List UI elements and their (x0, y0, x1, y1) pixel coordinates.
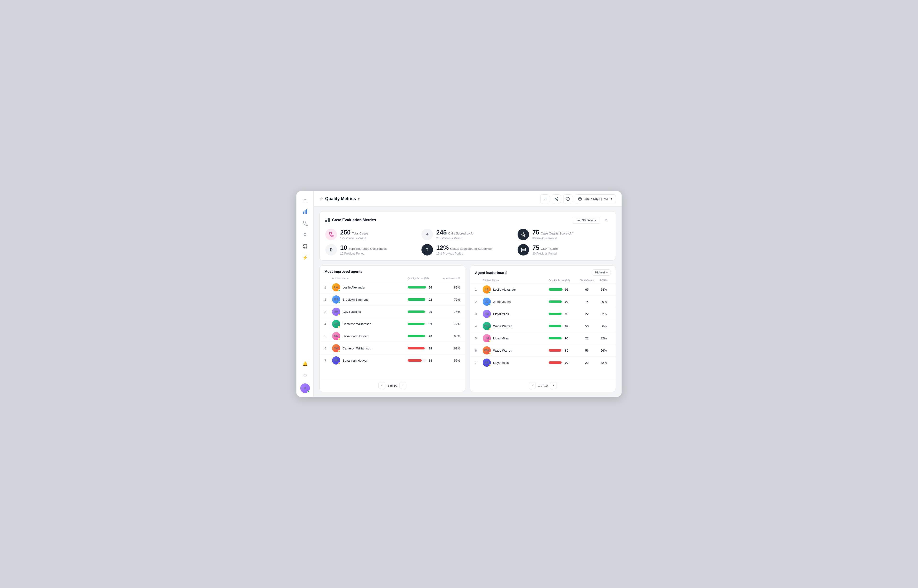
title-chevron-icon[interactable]: ▾ (358, 197, 360, 201)
leaderboard-panel: Agent leaderboard Highest ▾ Advisor Name… (470, 265, 616, 392)
total-cases-value: 56 (577, 349, 596, 352)
agent-cell: SN Savannah Nguyen (332, 332, 407, 340)
escalated-main: 12% Cases Escalated to Supervisor (436, 244, 493, 252)
sidebar-item-support[interactable]: 🎧 (300, 241, 310, 252)
user-avatar[interactable]: U (300, 383, 310, 393)
total-cases-number: 250 (340, 229, 351, 236)
table-row: 3 FM Floyd Miles 90 (470, 308, 616, 320)
zero-tolerance-icon: 0 (325, 244, 337, 255)
svg-point-3 (557, 197, 558, 198)
quality-score-text: 75 Case Quality Score (AI) 80 Previous P… (532, 229, 573, 240)
row-rank: 1 (475, 288, 483, 291)
score-number: 89 (565, 325, 571, 328)
escalated-text: 12% Cases Escalated to Supervisor 15% Pr… (436, 244, 493, 255)
improvement-value: 65% (441, 334, 460, 338)
quality-score-label: Case Quality Score (AI) (541, 232, 574, 235)
sidebar-item-contacts[interactable]: C (300, 229, 310, 240)
metrics-filter-button[interactable]: Last 30 Days ▾ (572, 217, 600, 224)
prev-page-button[interactable]: ‹ (378, 382, 385, 389)
col-advisor-name: Advisor Name (332, 277, 407, 279)
col-quality-score: Quality Score (88) (407, 277, 441, 279)
agent-cell: SN Savannah Nguyen (332, 356, 407, 365)
sidebar-item-analytics[interactable] (300, 207, 310, 217)
star-icon[interactable]: ☆ (319, 196, 323, 202)
most-improved-table-header: Advisor Name Quality Score (88) Improvem… (320, 275, 465, 281)
agent-avatar: JJ (483, 297, 491, 306)
col-advisor-name: Advisor Name (483, 279, 549, 282)
leaderboard-prev-page-button[interactable]: ‹ (529, 382, 536, 389)
col-improvement: Improvement % (441, 277, 460, 279)
agent-cell: LA Leslie Alexander (483, 285, 549, 294)
collapse-button[interactable] (602, 216, 610, 224)
improvement-value: 63% (441, 347, 460, 350)
agent-avatar: BS (332, 296, 340, 304)
most-improved-table-body: 1 LA Leslie Alexander 96 (320, 281, 465, 379)
fcr-value: 80% (596, 300, 611, 304)
agent-name: Cameron Williamson (343, 347, 371, 350)
svg-rect-13 (327, 219, 328, 222)
score-number: 90 (565, 361, 571, 365)
sidebar-item-activity[interactable]: ⚡ (300, 252, 310, 263)
table-row: 5 LM Lloyd Miles 90 (470, 332, 616, 344)
leaderboard-filter-button[interactable]: Highest ▾ (592, 270, 611, 276)
table-row: 7 SN Savannah Nguyen 74 (320, 354, 465, 367)
most-improved-title: Most improved agents (325, 270, 362, 273)
metric-zero-tolerance: 0 10 Zero Tolerance Occurences 12 Previo… (325, 244, 418, 255)
row-rank: 6 (475, 349, 483, 352)
svg-rect-14 (328, 218, 330, 222)
row-rank: 3 (475, 312, 483, 316)
metrics-card-header: Case Evaluation Metrics Last 30 Days ▾ (325, 216, 610, 224)
svg-rect-8 (579, 198, 582, 200)
agent-cell: FM Floyd Miles (483, 310, 549, 318)
score-number: 96 (565, 288, 571, 291)
leaderboard-next-page-button[interactable]: › (550, 382, 557, 389)
row-rank: 7 (475, 361, 483, 365)
score-cell: 89 (549, 325, 577, 328)
leaderboard-page-info: 1 of 10 (538, 384, 548, 388)
leaderboard-table-body: 1 LA Leslie Alexander 96 (470, 283, 616, 379)
score-number: 89 (565, 349, 571, 352)
most-improved-panel: Most improved agents Advisor Name Qualit… (319, 265, 465, 392)
score-number: 96 (428, 286, 435, 289)
score-cell: 89 (549, 349, 577, 352)
quality-score-sub: 80 Previous Period (532, 237, 573, 240)
quality-score-number: 75 (532, 229, 539, 236)
score-cell: 89 (407, 347, 441, 350)
date-range-button[interactable]: Last 7 Days | PST ▾ (575, 194, 616, 204)
agent-name: Leslie Alexander (343, 286, 365, 289)
sidebar-item-notifications[interactable]: 🔔 (300, 359, 310, 369)
total-cases-text: 250 Total Cases 175 Previous Period (340, 229, 368, 240)
agent-name: Floyd Miles (493, 312, 509, 316)
score-cell: 89 (407, 322, 441, 326)
page-info: 1 of 10 (388, 384, 397, 388)
agent-name: Guy Hawkins (343, 310, 361, 313)
score-cell: 90 (407, 310, 441, 313)
filter-button[interactable] (540, 194, 550, 204)
table-row: 1 LA Leslie Alexander 96 (470, 283, 616, 296)
leaderboard-title: Agent leaderboard (475, 271, 507, 275)
sidebar-item-settings[interactable]: ⚙ (300, 370, 310, 381)
next-page-button[interactable]: › (399, 382, 406, 389)
fcr-value: 32% (596, 312, 611, 316)
metrics-card-title: Case Evaluation Metrics (332, 218, 376, 222)
total-cases-sub: 175 Previous Period (340, 237, 368, 240)
table-row: 4 WW Wade Warren 89 (470, 320, 616, 332)
agent-avatar: CW (332, 320, 340, 328)
leaderboard-header: Agent leaderboard Highest ▾ (470, 266, 616, 278)
calls-scored-label: Calls Scored by AI (448, 232, 474, 235)
table-row: 1 LA Leslie Alexander 96 (320, 281, 465, 293)
score-cell: 90 (549, 361, 577, 365)
fcr-value: 56% (596, 325, 611, 328)
zero-tolerance-number: 10 (340, 244, 347, 252)
refresh-button[interactable] (563, 194, 572, 204)
total-cases-value: 22 (577, 312, 596, 316)
csat-icon (517, 244, 529, 255)
total-cases-main: 250 Total Cases (340, 229, 368, 236)
share-button[interactable] (552, 194, 561, 204)
score-cell: 96 (549, 288, 577, 291)
sidebar-item-home[interactable]: ⌂ (300, 195, 310, 205)
sidebar-item-calls[interactable] (300, 218, 310, 228)
agent-cell: CW Cameron Williamson (332, 320, 407, 328)
agent-avatar: SN (332, 356, 340, 365)
col-fcr: FCR% (596, 279, 611, 282)
